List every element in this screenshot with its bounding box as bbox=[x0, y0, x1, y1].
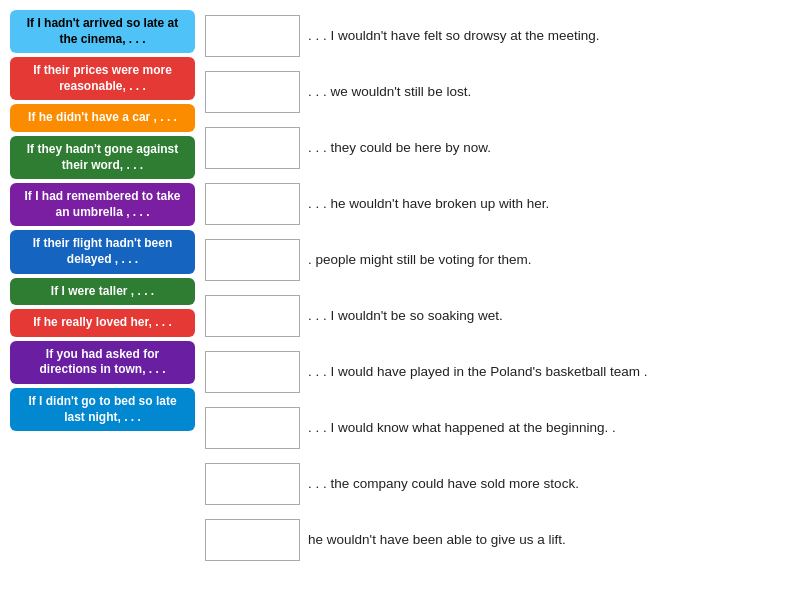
result-row-2: . . . we wouldn't still be lost. bbox=[205, 66, 790, 118]
answer-box-5[interactable] bbox=[205, 239, 300, 281]
result-text-5: . people might still be voting for them. bbox=[308, 251, 532, 270]
condition-card-6[interactable]: If their flight hadn't been delayed , . … bbox=[10, 230, 195, 273]
result-text-9: . . . the company could have sold more s… bbox=[308, 475, 579, 494]
result-text-4: . . . he wouldn't have broken up with he… bbox=[308, 195, 549, 214]
result-text-7: . . . I would have played in the Poland'… bbox=[308, 363, 648, 382]
result-row-8: . . . I would know what happened at the … bbox=[205, 402, 790, 454]
result-row-4: . . . he wouldn't have broken up with he… bbox=[205, 178, 790, 230]
conditions-column: If I hadn't arrived so late at the cinem… bbox=[10, 10, 195, 566]
results-column: . . . I wouldn't have felt so drowsy at … bbox=[205, 10, 790, 566]
answer-box-10[interactable] bbox=[205, 519, 300, 561]
condition-card-10[interactable]: If I didn't go to bed so late last night… bbox=[10, 388, 195, 431]
condition-card-4[interactable]: If they hadn't gone against their word, … bbox=[10, 136, 195, 179]
answer-box-2[interactable] bbox=[205, 71, 300, 113]
main-container: If I hadn't arrived so late at the cinem… bbox=[10, 10, 790, 566]
answer-box-9[interactable] bbox=[205, 463, 300, 505]
answer-box-4[interactable] bbox=[205, 183, 300, 225]
condition-card-1[interactable]: If I hadn't arrived so late at the cinem… bbox=[10, 10, 195, 53]
condition-card-2[interactable]: If their prices were more reasonable, . … bbox=[10, 57, 195, 100]
result-text-1: . . . I wouldn't have felt so drowsy at … bbox=[308, 27, 599, 46]
answer-box-7[interactable] bbox=[205, 351, 300, 393]
condition-card-7[interactable]: If I were taller , . . . bbox=[10, 278, 195, 306]
answer-box-1[interactable] bbox=[205, 15, 300, 57]
result-text-2: . . . we wouldn't still be lost. bbox=[308, 83, 471, 102]
result-row-6: . . . I wouldn't be so soaking wet. bbox=[205, 290, 790, 342]
condition-card-9[interactable]: If you had asked for directions in town,… bbox=[10, 341, 195, 384]
result-row-9: . . . the company could have sold more s… bbox=[205, 458, 790, 510]
condition-card-3[interactable]: If he didn't have a car , . . . bbox=[10, 104, 195, 132]
result-text-3: . . . they could be here by now. bbox=[308, 139, 491, 158]
condition-card-5[interactable]: If I had remembered to take an umbrella … bbox=[10, 183, 195, 226]
result-row-7: . . . I would have played in the Poland'… bbox=[205, 346, 790, 398]
answer-box-3[interactable] bbox=[205, 127, 300, 169]
result-text-6: . . . I wouldn't be so soaking wet. bbox=[308, 307, 503, 326]
result-text-8: . . . I would know what happened at the … bbox=[308, 419, 616, 438]
result-row-1: . . . I wouldn't have felt so drowsy at … bbox=[205, 10, 790, 62]
answer-box-6[interactable] bbox=[205, 295, 300, 337]
result-row-3: . . . they could be here by now. bbox=[205, 122, 790, 174]
answer-box-8[interactable] bbox=[205, 407, 300, 449]
result-row-5: . people might still be voting for them. bbox=[205, 234, 790, 286]
result-text-10: he wouldn't have been able to give us a … bbox=[308, 531, 566, 550]
result-row-10: he wouldn't have been able to give us a … bbox=[205, 514, 790, 566]
condition-card-8[interactable]: If he really loved her, . . . bbox=[10, 309, 195, 337]
